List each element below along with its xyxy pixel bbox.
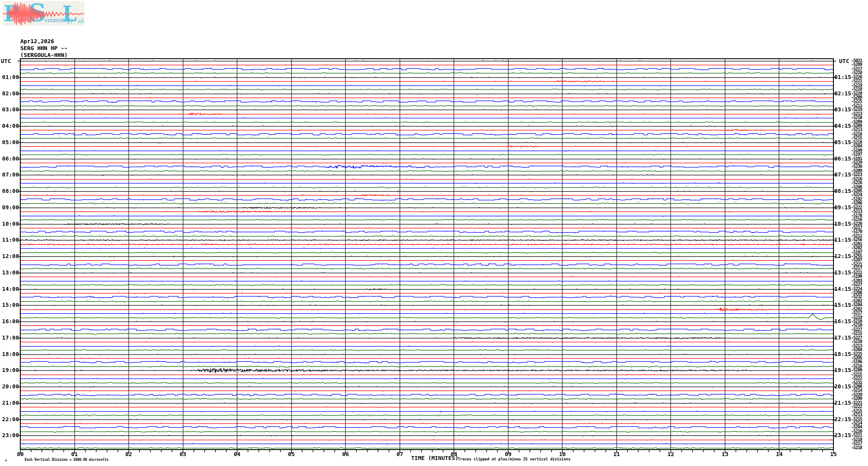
left-time-label: 12:00 xyxy=(0,253,19,259)
left-time-label: 17:00 xyxy=(0,334,19,341)
left-time-label: 03:00 xyxy=(0,106,19,113)
x-tick-label: 14 xyxy=(771,451,787,457)
right-time-label: 14:15 xyxy=(834,286,851,292)
x-tick-label: 15 xyxy=(826,451,841,457)
right-time-label: 03:15 xyxy=(834,106,851,113)
left-time-label: 02:00 xyxy=(0,90,19,97)
left-time-label: 22:00 xyxy=(0,416,19,422)
x-tick-label: 10 xyxy=(554,451,570,457)
left-time-label: 21:00 xyxy=(0,400,19,406)
right-time-label: 04:15 xyxy=(834,123,851,129)
right-time-label: 21:15 xyxy=(834,400,851,406)
x-tick-label: 03 xyxy=(175,451,191,457)
left-time-label: 13:00 xyxy=(0,269,19,276)
x-tick-label: 12 xyxy=(663,451,678,457)
right-time-label: 12:15 xyxy=(834,253,851,259)
x-axis-title: TIME (MINUTES) xyxy=(411,455,459,461)
right-time-label: 15:15 xyxy=(834,302,851,308)
left-time-label: 19:00 xyxy=(0,367,19,373)
clip-note: Traces clipped at plus/minus 25 vertical… xyxy=(458,457,570,462)
trace-offset-value: -5218 xyxy=(851,446,862,450)
right-time-label: 05:15 xyxy=(834,139,851,145)
right-time-label: 08:15 xyxy=(834,188,851,194)
left-time-label: 18:00 xyxy=(0,351,19,357)
left-time-label: 05:00 xyxy=(0,139,19,145)
right-time-label: 06:15 xyxy=(834,155,851,162)
left-time-label: 09:00 xyxy=(0,204,19,211)
right-time-label: 01:15 xyxy=(834,74,851,80)
left-time-label: 06:00 xyxy=(0,155,19,162)
right-time-label: 18:15 xyxy=(834,351,851,357)
x-tick-label: 06 xyxy=(338,451,353,457)
x-tick-label: 11 xyxy=(609,451,624,457)
right-time-label: 13:15 xyxy=(834,269,851,276)
corner-mark: M xyxy=(5,460,7,463)
scale-note: Each Vertical Division = 5000.00 microvo… xyxy=(25,458,108,462)
x-tick-label: 09 xyxy=(501,451,516,457)
left-time-label: 04:00 xyxy=(0,123,19,129)
x-tick-label: 01 xyxy=(67,451,82,457)
right-time-label: 22:15 xyxy=(834,416,851,422)
right-time-label: 20:15 xyxy=(834,383,851,390)
right-time-label: 19:15 xyxy=(834,367,851,373)
left-time-label: 15:00 xyxy=(0,302,19,308)
x-tick-label: 02 xyxy=(121,451,136,457)
right-time-label: 07:15 xyxy=(834,171,851,178)
right-time-label: 11:15 xyxy=(834,236,851,243)
left-time-label: 01:00 xyxy=(0,74,19,80)
left-time-label: 20:00 xyxy=(0,383,19,390)
right-time-label: 17:15 xyxy=(834,334,851,341)
webicorder-screen: P atras S eismology L ab Apr12,2026 SERG… xyxy=(0,0,868,466)
left-time-label: 11:00 xyxy=(0,236,19,243)
x-tick-label: 13 xyxy=(717,451,733,457)
left-time-label: 08:00 xyxy=(0,188,19,194)
left-time-label: 14:00 xyxy=(0,286,19,292)
right-time-label: 23:15 xyxy=(834,432,851,438)
right-time-label: 02:15 xyxy=(834,90,851,97)
left-time-label: 16:00 xyxy=(0,318,19,324)
x-tick-label: 04 xyxy=(229,451,245,457)
left-time-label: 23:00 xyxy=(0,432,19,438)
x-tick-label: 07 xyxy=(392,451,408,457)
seismogram-canvas xyxy=(0,0,868,466)
left-time-label: 10:00 xyxy=(0,220,19,227)
right-time-label: 09:15 xyxy=(834,204,851,211)
left-time-label: 07:00 xyxy=(0,171,19,178)
right-time-label: 16:15 xyxy=(834,318,851,324)
x-tick-label: 05 xyxy=(284,451,299,457)
right-time-label: 10:15 xyxy=(834,220,851,227)
x-tick-label: 00 xyxy=(13,451,28,457)
